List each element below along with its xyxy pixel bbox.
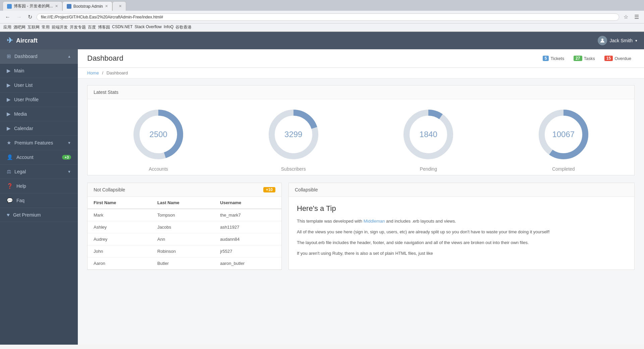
donut-completed-value: 10067	[552, 130, 575, 139]
sidebar-item-calendar[interactable]: ▶ Calendar	[0, 121, 78, 136]
bookmark-stackoverflow[interactable]: Stack Overflow	[135, 24, 162, 30]
tab-close-1[interactable]: ✕	[55, 4, 58, 8]
breadcrumb-home[interactable]: Home	[87, 70, 99, 75]
tasks-badge[interactable]: 27 Tasks	[570, 54, 598, 62]
sidebar-arrow-dashboard: ▲	[67, 54, 71, 58]
sidebar-item-userlist[interactable]: ▶ User List	[0, 78, 78, 93]
brand-icon: ✈	[7, 36, 13, 45]
cell-lastname: Butler	[151, 257, 214, 270]
col-firstname: First Name	[88, 197, 151, 209]
user-name: Jack Smith	[610, 38, 633, 43]
bookmark-hulian[interactable]: 互联网	[28, 24, 40, 30]
table-row[interactable]: Aaron Butler aaron_butler	[88, 257, 281, 270]
sidebar-item-legal[interactable]: ⚖ Legal ▼	[0, 165, 78, 179]
tab-label-2: Bootstrap Admin	[73, 4, 103, 9]
faq-icon: 💬	[7, 197, 13, 203]
chart-subscribers-label: Subscribers	[281, 166, 306, 172]
tab-favicon-1	[7, 4, 12, 9]
stats-charts: 2500 Accounts 3299	[88, 99, 634, 175]
sidebar-label-calendar: Calendar	[14, 126, 33, 131]
top-action-bar: Dashboard 5 Tickets 27 Tasks 15 Overdue	[78, 49, 644, 68]
browser-tab-1[interactable]: 博客园 - 开发者的网... ✕	[3, 1, 62, 11]
data-table: First Name Last Name Username Mark Tomps…	[88, 197, 281, 270]
sidebar-item-faq[interactable]: 💬 Faq	[0, 193, 78, 208]
sidebar-item-help[interactable]: ❓ Help	[0, 179, 78, 193]
user-dropdown-arrow[interactable]: ▾	[635, 39, 637, 43]
overdue-badge[interactable]: 15 Overdue	[601, 54, 635, 62]
tip-text-1b: and includes .erb layouts and views.	[386, 219, 456, 224]
sidebar-item-main[interactable]: ▶ Main	[0, 64, 78, 78]
sidebar-item-userprofile[interactable]: ▶ User Profile	[0, 93, 78, 107]
donut-accounts: 2500	[130, 106, 187, 163]
sidebar-label-help: Help	[16, 183, 26, 189]
table-row[interactable]: Mark Tompson the_mark7	[88, 209, 281, 221]
cell-lastname: Ann	[151, 233, 214, 245]
donut-subscribers: 3299	[265, 106, 322, 163]
tip-para-1: This template was developed with Middlem…	[297, 218, 626, 225]
sidebar: ⊞ Dashboard ▲ ▶ Main ▶ User List ▶	[0, 49, 78, 345]
cell-username: ash11927	[214, 221, 281, 233]
tab-close-2[interactable]: ✕	[105, 4, 108, 8]
sidebar-arrow-legal: ▼	[67, 170, 71, 174]
table-row[interactable]: Ashley Jacobs ash11927	[88, 221, 281, 233]
account-icon: 👤	[7, 154, 13, 160]
bookmark-csdn[interactable]: CSDN.NET	[112, 24, 132, 30]
sidebar-item-dashboard[interactable]: ⊞ Dashboard ▲	[0, 49, 78, 64]
bookmark-jiuba[interactable]: 酒吧网	[13, 24, 25, 30]
sidebar-item-account[interactable]: 👤 Account +3	[0, 150, 78, 165]
tickets-badge[interactable]: 5 Tickets	[539, 54, 568, 62]
address-bar[interactable]	[37, 13, 619, 21]
bookmark-baidu[interactable]: 百度	[88, 24, 96, 30]
tab-close-3[interactable]: ✕	[119, 4, 122, 8]
svg-point-0	[601, 39, 603, 41]
app-header: ✈ Aircraft Jack Smith ▾	[0, 32, 644, 49]
bookmark-app[interactable]: 应用	[3, 24, 11, 30]
sidebar-arrow-premium: ▼	[67, 141, 71, 145]
cell-username: jr5527	[214, 245, 281, 257]
back-button[interactable]: ←	[3, 13, 12, 21]
sidebar-label-legal: Legal	[14, 169, 26, 174]
bookmark-cnblogs[interactable]: 博客园	[98, 24, 110, 30]
header-right: Jack Smith ▾	[598, 36, 637, 45]
breadcrumb: Home / Dashboard	[78, 68, 644, 78]
tip-panel-title: Collapsible	[295, 187, 318, 192]
sidebar-label-media: Media	[14, 111, 27, 117]
tasks-label: Tasks	[584, 56, 595, 61]
donut-subscribers-value: 3299	[284, 130, 302, 139]
table-panel-title: Not Collapsible	[94, 187, 125, 192]
refresh-button[interactable]: ↻	[26, 13, 34, 21]
bookmark-google[interactable]: 谷歌香港	[175, 24, 192, 30]
star-button[interactable]: ☆	[622, 13, 630, 21]
table-panel-badge: +10	[263, 187, 275, 192]
chart-completed: 10067 Completed	[535, 106, 592, 172]
col-lastname: Last Name	[151, 197, 214, 209]
tip-link-middleman[interactable]: Middleman	[364, 219, 385, 224]
account-badge: +3	[62, 155, 71, 160]
menu-button[interactable]: ☰	[633, 13, 641, 21]
brand-name: Aircraft	[16, 37, 38, 44]
table-row[interactable]: Audrey Ann audann84	[88, 233, 281, 245]
sidebar-item-premium[interactable]: ★ Premium Features ▼	[0, 136, 78, 150]
browser-tab-2[interactable]: Bootstrap Admin ✕	[62, 1, 112, 11]
browser-tab-3[interactable]: ✕	[112, 1, 126, 11]
main-content: Dashboard 5 Tickets 27 Tasks 15 Overdue	[78, 49, 644, 345]
chart-pending: 1840 Pending	[400, 106, 457, 172]
cell-username: audann84	[214, 233, 281, 245]
forward-button[interactable]: →	[15, 13, 23, 21]
bookmark-changyong[interactable]: 常用	[42, 24, 50, 30]
page-title: Dashboard	[87, 54, 123, 63]
table-row[interactable]: John Robinson jr5527	[88, 245, 281, 257]
tasks-count: 27	[574, 56, 582, 61]
breadcrumb-separator: /	[102, 70, 103, 75]
sidebar-label-account: Account	[16, 155, 34, 160]
cell-lastname: Robinson	[151, 245, 214, 257]
bookmark-qianduan[interactable]: 前端开发	[52, 24, 68, 30]
sidebar-item-getpremium[interactable]: ♥ Get Premium	[0, 208, 78, 222]
bookmark-infoq[interactable]: InfoQ	[164, 24, 173, 30]
media-icon: ▶	[7, 111, 11, 117]
bookmark-kaifa[interactable]: 开发专题	[70, 24, 86, 30]
sidebar-label-getpremium: Get Premium	[13, 212, 41, 218]
cell-username: the_mark7	[214, 209, 281, 221]
sidebar-item-media[interactable]: ▶ Media	[0, 107, 78, 121]
dashboard-icon: ⊞	[7, 53, 11, 59]
